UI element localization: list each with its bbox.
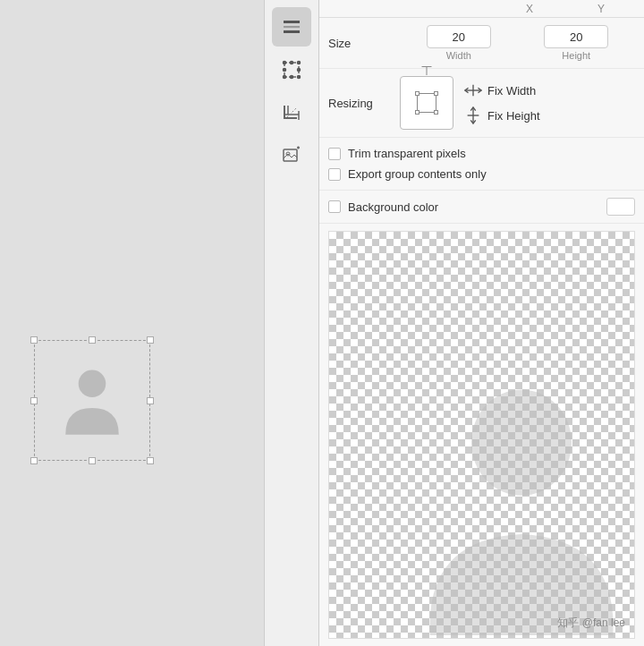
svg-point-9 <box>298 69 301 72</box>
rw-handle-tr <box>434 91 438 96</box>
right-panel: X Y Size Width Height Resizing <box>319 0 644 646</box>
handle-mid-right[interactable] <box>147 397 154 404</box>
preview-area: 知乎 @fan lee <box>328 231 635 639</box>
selection-border <box>34 340 150 461</box>
fix-height-label: Fix Height <box>487 109 540 123</box>
tool-selection[interactable] <box>272 50 311 89</box>
svg-point-8 <box>284 69 286 72</box>
fix-width-label: Fix Width <box>487 84 536 98</box>
svg-rect-3 <box>284 30 300 33</box>
rw-handle-br <box>434 110 438 115</box>
handle-top-left[interactable] <box>30 336 38 344</box>
color-swatch[interactable] <box>606 198 635 216</box>
tool-crop[interactable] <box>272 93 311 132</box>
fix-width-option[interactable]: Fix Width <box>464 81 540 99</box>
svg-rect-2 <box>284 26 300 28</box>
trim-transparent-row[interactable]: Trim transparent pixels <box>328 147 635 160</box>
height-sub: Height <box>562 50 590 61</box>
x-label: X <box>494 3 565 15</box>
svg-point-12 <box>298 76 301 79</box>
tool-size[interactable] <box>272 7 311 47</box>
resize-inner-square <box>417 93 436 113</box>
width-col: Width <box>400 25 518 61</box>
trim-transparent-label: Trim transparent pixels <box>348 147 466 160</box>
handle-top-right[interactable] <box>147 336 154 344</box>
bg-color-checkbox[interactable] <box>328 200 341 213</box>
handle-bot-left[interactable] <box>30 457 38 464</box>
handle-bot-right[interactable] <box>147 457 154 464</box>
size-row: Size Width Height <box>319 18 644 69</box>
size-label: Size <box>328 37 400 50</box>
resize-top-connector <box>427 66 428 75</box>
handle-bot-mid[interactable] <box>89 457 96 464</box>
height-col: Height <box>518 25 636 61</box>
tool-export[interactable] <box>272 136 311 175</box>
rw-handle-bl <box>415 110 419 115</box>
width-input[interactable] <box>427 25 491 48</box>
svg-point-10 <box>284 76 286 79</box>
watermark: 知乎 @fan lee <box>557 616 625 631</box>
selected-element[interactable] <box>34 340 150 461</box>
svg-point-6 <box>291 62 293 64</box>
fix-width-icon <box>464 81 482 99</box>
trim-transparent-checkbox[interactable] <box>328 148 341 160</box>
rw-handle-tl <box>415 91 419 96</box>
width-sub: Width <box>446 50 471 61</box>
canvas-area <box>0 0 264 646</box>
export-group-label: Export group contents only <box>348 167 487 181</box>
fix-height-icon <box>464 106 482 124</box>
background-color-row: Background color <box>319 191 644 224</box>
fix-height-option[interactable]: Fix Height <box>464 106 540 124</box>
svg-rect-1 <box>284 21 300 23</box>
toolbar <box>264 0 319 646</box>
handle-top-mid[interactable] <box>89 336 96 344</box>
checkboxes-section: Trim transparent pixels Export group con… <box>319 138 644 191</box>
svg-rect-4 <box>284 63 299 77</box>
height-input[interactable] <box>544 25 608 48</box>
svg-point-5 <box>284 62 286 64</box>
export-group-row[interactable]: Export group contents only <box>328 167 635 181</box>
resizing-row: Resizing <box>319 69 644 138</box>
svg-point-25 <box>471 389 572 495</box>
export-group-checkbox[interactable] <box>328 168 341 181</box>
handle-mid-left[interactable] <box>30 397 38 404</box>
bg-color-label: Background color <box>348 200 606 214</box>
resize-options: Fix Width Fix Height <box>464 81 540 124</box>
y-label: Y <box>565 3 637 15</box>
preview-person-icon <box>423 385 620 638</box>
resizing-label: Resizing <box>328 97 400 110</box>
resize-widget[interactable] <box>400 76 453 130</box>
svg-point-7 <box>298 62 301 64</box>
size-fields: Width Height <box>400 25 635 61</box>
xy-header: X Y <box>319 0 644 18</box>
svg-point-11 <box>291 76 293 79</box>
